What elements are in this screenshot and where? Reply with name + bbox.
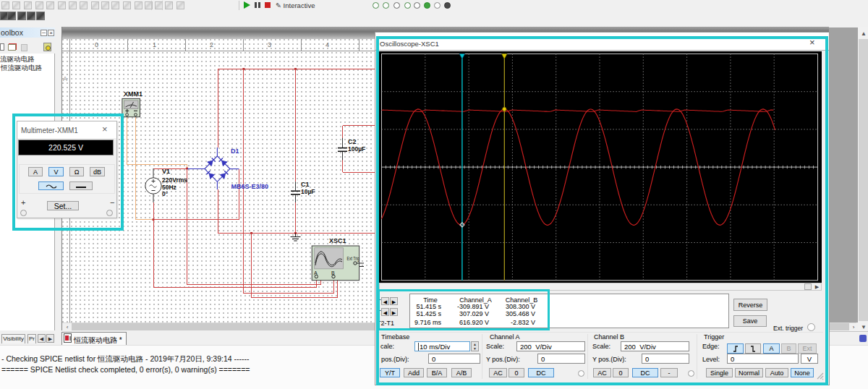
svg-text:C2: C2 — [348, 138, 357, 145]
svg-text:XSC1: XSC1 — [329, 237, 346, 244]
svg-text:10µF: 10µF — [301, 188, 315, 195]
svg-text:XMM1: XMM1 — [124, 90, 142, 98]
svg-text:220Vrms: 220Vrms — [162, 176, 187, 184]
svg-text:0°: 0° — [162, 190, 169, 197]
svg-text:D1: D1 — [231, 148, 239, 155]
svg-text:V1: V1 — [162, 168, 170, 175]
svg-text:Ext Trig: Ext Trig — [347, 256, 360, 262]
svg-text:100µF: 100µF — [348, 145, 365, 153]
svg-text:50Hz: 50Hz — [162, 184, 176, 191]
svg-text:C1: C1 — [301, 181, 310, 188]
svg-text:MB6S-E3/80: MB6S-E3/80 — [231, 183, 269, 190]
